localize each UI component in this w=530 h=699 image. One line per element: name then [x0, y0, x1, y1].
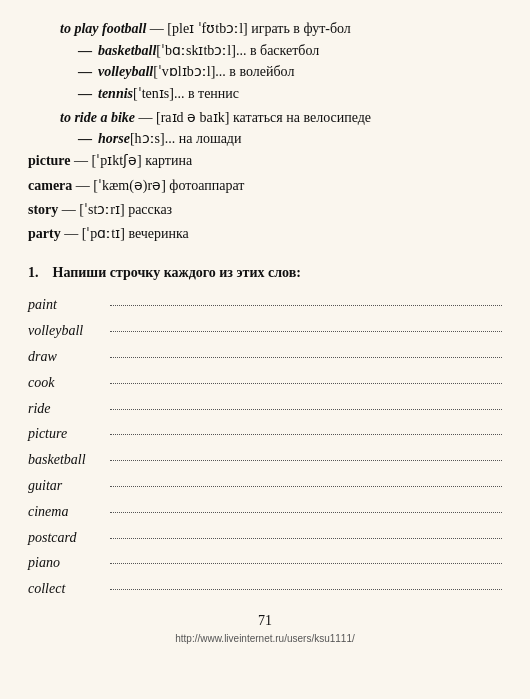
- list-item: cook: [28, 371, 502, 395]
- word-volleyball: volleyball: [28, 319, 108, 343]
- dots-line: [110, 357, 502, 358]
- sub-transcription: [ˈbɑːskɪtbɔːl]: [156, 40, 236, 62]
- sub-transcription: [ˈvɒlɪbɔːl]: [153, 61, 215, 83]
- entry-picture: picture — [ˈpɪktʃə] картина: [28, 150, 502, 172]
- list-item: collect: [28, 577, 502, 601]
- sub-entry-tennis: — tennis [ˈtenɪs] ... в теннис: [28, 83, 502, 105]
- list-item: postcard: [28, 526, 502, 550]
- entry-transcription: [pleɪ ˈfʊtbɔːl]: [167, 21, 247, 36]
- page-number: 71: [28, 613, 502, 629]
- word-draw: draw: [28, 345, 108, 369]
- entry-phrase: to ride a bike: [60, 110, 135, 125]
- list-item: ride: [28, 397, 502, 421]
- task-header: 1. Напиши строчку каждого из этих слов:: [28, 262, 502, 284]
- word-collect: collect: [28, 577, 108, 601]
- entry-party: party — [ˈpɑːtɪ] вечеринка: [28, 223, 502, 245]
- word-ride: ride: [28, 397, 108, 421]
- dots-line: [110, 538, 502, 539]
- task-word-list: paint volleyball draw cook ride picture …: [28, 293, 502, 601]
- list-item: picture: [28, 422, 502, 446]
- entry-transcription: [raɪd ə baɪk]: [156, 110, 229, 125]
- page: to play football — [pleɪ ˈfʊtbɔːl] играт…: [0, 0, 530, 699]
- entry-phrase: to play football: [60, 21, 146, 36]
- sub-transcription: [hɔːs]: [130, 128, 165, 150]
- sub-entry-basketball: — basketball [ˈbɑːskɪtbɔːl] ... в баскет…: [28, 40, 502, 62]
- sub-word: basketball: [98, 40, 156, 62]
- task-instruction: Напиши строчку каждого из этих слов:: [53, 265, 301, 280]
- sub-transcription: [ˈtenɪs]: [133, 83, 174, 105]
- word-piano: piano: [28, 551, 108, 575]
- dots-line: [110, 383, 502, 384]
- sub-word: volleyball: [98, 61, 153, 83]
- dots-line: [110, 434, 502, 435]
- main-entry-football: to play football — [pleɪ ˈfʊtbɔːl] играт…: [28, 18, 502, 40]
- dots-line: [110, 512, 502, 513]
- list-item: guitar: [28, 474, 502, 498]
- list-item: paint: [28, 293, 502, 317]
- word-paint: paint: [28, 293, 108, 317]
- dash-sep: —: [150, 21, 168, 36]
- sub-word: tennis: [98, 83, 133, 105]
- dots-line: [110, 331, 502, 332]
- dash-sep: —: [139, 110, 157, 125]
- main-entry-bike: to ride a bike — [raɪd ə baɪk] кататься …: [28, 107, 502, 129]
- sub-translation: ... в баскетбол: [236, 40, 319, 62]
- list-item: basketball: [28, 448, 502, 472]
- sub-word: horse: [98, 128, 130, 150]
- dots-line: [110, 563, 502, 564]
- dots-line: [110, 589, 502, 590]
- dots-line: [110, 460, 502, 461]
- dots-line: [110, 409, 502, 410]
- sub-translation: ... в теннис: [174, 83, 239, 105]
- list-item: piano: [28, 551, 502, 575]
- sub-translation: ... на лошади: [165, 128, 242, 150]
- entry-story: story — [ˈstɔːrɪ] рассказ: [28, 199, 502, 221]
- list-item: volleyball: [28, 319, 502, 343]
- sub-translation: ... в волейбол: [215, 61, 294, 83]
- sub-entry-horse: — horse [hɔːs] ... на лошади: [28, 128, 502, 150]
- entry-camera: camera — [ˈkæm(ə)rə] фотоаппарат: [28, 175, 502, 197]
- task-number: 1.: [28, 265, 39, 280]
- word-guitar: guitar: [28, 474, 108, 498]
- entry-translation: кататься на велосипеде: [233, 110, 371, 125]
- word-postcard: postcard: [28, 526, 108, 550]
- word-cook: cook: [28, 371, 108, 395]
- word-picture: picture: [28, 422, 108, 446]
- list-item: draw: [28, 345, 502, 369]
- dots-line: [110, 486, 502, 487]
- dots-line: [110, 305, 502, 306]
- footer-url: http://www.liveinternet.ru/users/ksu1111…: [28, 633, 502, 644]
- vocab-block: to play football — [pleɪ ˈfʊtbɔːl] играт…: [28, 18, 502, 246]
- sub-entry-volleyball: — volleyball [ˈvɒlɪbɔːl] ... в волейбол: [28, 61, 502, 83]
- word-basketball: basketball: [28, 448, 108, 472]
- list-item: cinema: [28, 500, 502, 524]
- entry-translation: играть в фут-бол: [251, 21, 351, 36]
- word-cinema: cinema: [28, 500, 108, 524]
